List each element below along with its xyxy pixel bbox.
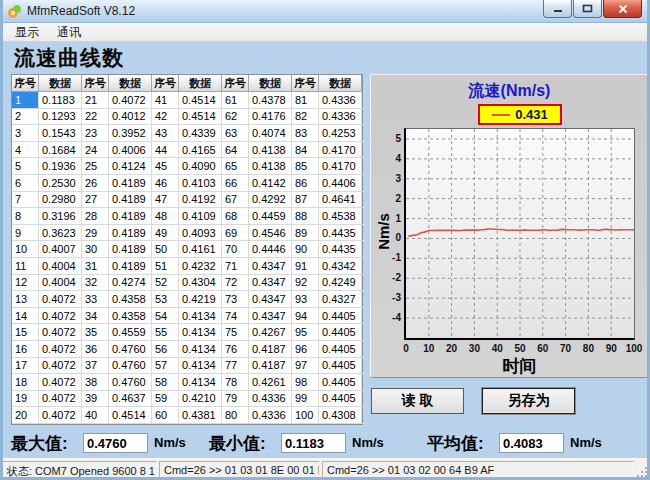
cell-value[interactable]: 0.4405 (319, 324, 362, 341)
cell-value[interactable]: 0.4253 (319, 125, 362, 142)
cell-value[interactable]: 0.4142 (249, 175, 292, 192)
cell-value[interactable]: 0.4072 (39, 407, 82, 424)
cell-index[interactable]: 94 (292, 308, 319, 325)
cell-index[interactable]: 54 (152, 308, 179, 325)
cell-index[interactable]: 58 (152, 374, 179, 391)
cell-index[interactable]: 47 (152, 192, 179, 209)
cell-index[interactable]: 8 (12, 208, 39, 225)
resize-grip[interactable] (636, 466, 648, 478)
cell-value[interactable]: 0.4559 (109, 324, 152, 341)
cell-index[interactable]: 78 (222, 374, 249, 391)
cell-value[interactable]: 0.4358 (109, 308, 152, 325)
cell-value[interactable]: 0.4514 (179, 92, 222, 109)
cell-value[interactable]: 0.4219 (179, 291, 222, 308)
cell-value[interactable]: 0.4336 (249, 407, 292, 424)
cell-index[interactable]: 56 (152, 341, 179, 358)
cell-value[interactable]: 0.4006 (109, 142, 152, 159)
cell-value[interactable]: 0.4192 (179, 192, 222, 209)
cell-index[interactable]: 65 (222, 158, 249, 175)
cell-value[interactable]: 0.1543 (39, 125, 82, 142)
cell-index[interactable]: 27 (82, 192, 109, 209)
cell-index[interactable]: 42 (152, 109, 179, 126)
cell-index[interactable]: 33 (82, 291, 109, 308)
cell-index[interactable]: 7 (12, 192, 39, 209)
cell-value[interactable]: 0.4459 (249, 208, 292, 225)
cell-value[interactable]: 0.3623 (39, 225, 82, 242)
cell-value[interactable]: 0.3952 (109, 125, 152, 142)
cell-index[interactable]: 28 (82, 208, 109, 225)
cell-value[interactable]: 0.4072 (39, 308, 82, 325)
cell-value[interactable]: 0.4304 (179, 275, 222, 292)
cell-index[interactable]: 21 (82, 92, 109, 109)
cell-index[interactable]: 72 (222, 275, 249, 292)
cell-index[interactable]: 75 (222, 324, 249, 341)
cell-value[interactable]: 0.4538 (319, 208, 362, 225)
cell-index[interactable]: 26 (82, 175, 109, 192)
cell-value[interactable]: 0.4134 (179, 358, 222, 375)
cell-value[interactable]: 0.3196 (39, 208, 82, 225)
cell-value[interactable]: 0.2980 (39, 192, 82, 209)
cell-value[interactable]: 0.4134 (179, 374, 222, 391)
cell-index[interactable]: 41 (152, 92, 179, 109)
cell-value[interactable]: 0.1293 (39, 109, 82, 126)
cell-value[interactable]: 0.4004 (39, 258, 82, 275)
cell-value[interactable]: 0.4336 (249, 391, 292, 408)
cell-value[interactable]: 0.4232 (179, 258, 222, 275)
cell-index[interactable]: 60 (152, 407, 179, 424)
cell-value[interactable]: 0.4189 (109, 192, 152, 209)
cell-index[interactable]: 64 (222, 142, 249, 159)
cell-index[interactable]: 10 (12, 241, 39, 258)
cell-value[interactable]: 0.4347 (249, 291, 292, 308)
cell-index[interactable]: 52 (152, 275, 179, 292)
cell-value[interactable]: 0.4336 (319, 109, 362, 126)
cell-index[interactable]: 80 (222, 407, 249, 424)
cell-index[interactable]: 97 (292, 358, 319, 375)
cell-index[interactable]: 96 (292, 341, 319, 358)
close-button[interactable] (603, 0, 642, 18)
cell-value[interactable]: 0.4381 (179, 407, 222, 424)
cell-index[interactable]: 93 (292, 291, 319, 308)
cell-value[interactable]: 0.4074 (249, 125, 292, 142)
cell-index[interactable]: 16 (12, 341, 39, 358)
cell-index[interactable]: 61 (222, 92, 249, 109)
cell-index[interactable]: 63 (222, 125, 249, 142)
min-value-field[interactable]: 0.1183 (281, 433, 346, 453)
cell-value[interactable]: 0.4292 (249, 192, 292, 209)
cell-index[interactable]: 45 (152, 158, 179, 175)
cell-index[interactable]: 59 (152, 391, 179, 408)
cell-value[interactable]: 0.4249 (319, 275, 362, 292)
save-as-button[interactable]: 另存为 (482, 388, 575, 414)
cell-value[interactable]: 0.4007 (39, 241, 82, 258)
cell-index[interactable]: 86 (292, 175, 319, 192)
cell-index[interactable]: 29 (82, 225, 109, 242)
cell-value[interactable]: 0.4189 (109, 208, 152, 225)
cell-value[interactable]: 0.4072 (39, 358, 82, 375)
cell-value[interactable]: 0.4336 (319, 92, 362, 109)
cell-index[interactable]: 71 (222, 258, 249, 275)
cell-index[interactable]: 50 (152, 241, 179, 258)
cell-index[interactable]: 66 (222, 175, 249, 192)
cell-value[interactable]: 0.4004 (39, 275, 82, 292)
cell-index[interactable]: 39 (82, 391, 109, 408)
cell-index[interactable]: 18 (12, 374, 39, 391)
cell-index[interactable]: 34 (82, 308, 109, 325)
cell-index[interactable]: 20 (12, 407, 39, 424)
cell-value[interactable]: 0.4405 (319, 308, 362, 325)
cell-index[interactable]: 89 (292, 225, 319, 242)
menu-item-display[interactable]: 显示 (6, 22, 48, 43)
cell-value[interactable]: 0.4347 (249, 308, 292, 325)
cell-index[interactable]: 22 (82, 109, 109, 126)
cell-value[interactable]: 0.4308 (319, 407, 362, 424)
cell-index[interactable]: 40 (82, 407, 109, 424)
cell-value[interactable]: 0.4189 (109, 225, 152, 242)
cell-value[interactable]: 0.4072 (39, 391, 82, 408)
cell-value[interactable]: 0.4435 (319, 241, 362, 258)
cell-index[interactable]: 53 (152, 291, 179, 308)
cell-index[interactable]: 99 (292, 391, 319, 408)
cell-index[interactable]: 46 (152, 175, 179, 192)
cell-index[interactable]: 92 (292, 275, 319, 292)
cell-index[interactable]: 57 (152, 358, 179, 375)
cell-value[interactable]: 0.4072 (39, 291, 82, 308)
cell-value[interactable]: 0.4134 (179, 324, 222, 341)
cell-value[interactable]: 0.4093 (179, 225, 222, 242)
